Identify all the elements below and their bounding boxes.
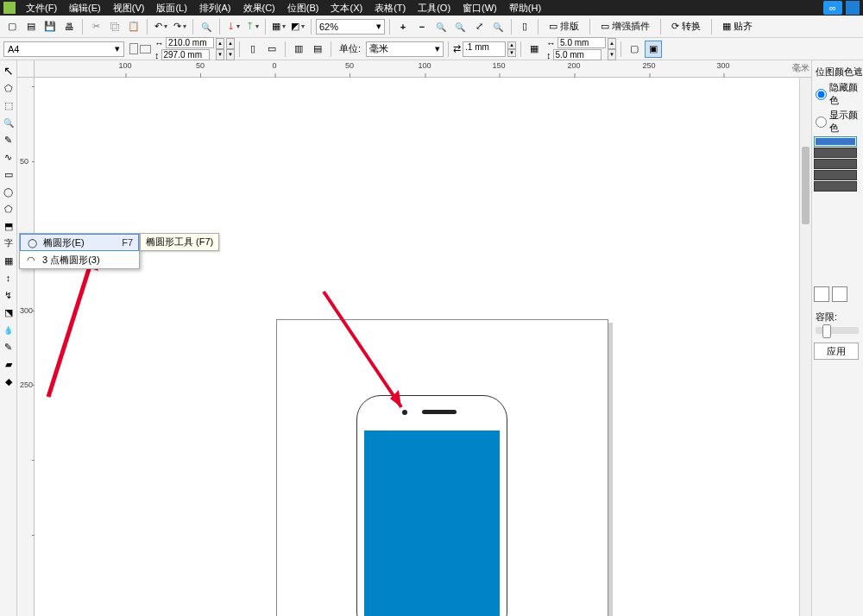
flyout-3pt-ellipse[interactable]: 3 点椭圆形(3) — [20, 251, 139, 268]
menu-text[interactable]: 文本(X) — [325, 1, 368, 16]
save-button[interactable] — [41, 18, 59, 35]
snap-btn[interactable]: ▦贴齐 — [716, 18, 759, 35]
undo-button[interactable]: ▾ — [152, 18, 169, 35]
unit-combo[interactable]: 毫米▾ — [366, 41, 444, 57]
menu-layout[interactable]: 版面(L) — [151, 1, 192, 16]
horizontal-ruler[interactable]: 毫米 10050050100150200250300 — [35, 60, 811, 78]
menu-effects[interactable]: 效果(C) — [238, 1, 280, 16]
page-size-spinner-2[interactable]: ▲▼ — [226, 38, 235, 60]
phone-shape[interactable] — [356, 395, 507, 616]
fill-tool[interactable] — [1, 356, 16, 372]
orient-landscape-button[interactable]: ▭ — [263, 41, 280, 58]
zoom-tool-6[interactable] — [489, 18, 507, 35]
redo-button[interactable]: ▾ — [171, 18, 188, 35]
page-width[interactable]: 210.0 mm — [166, 37, 214, 48]
paste-button[interactable] — [125, 18, 142, 35]
mask-swatch-5[interactable] — [814, 181, 857, 192]
vertical-scrollbar[interactable] — [799, 78, 811, 616]
menu-tools[interactable]: 工具(O) — [413, 1, 456, 16]
crop-tool[interactable] — [1, 97, 16, 113]
mask-swatch-4[interactable] — [814, 170, 857, 180]
dup-dist-button[interactable]: ▦ — [526, 41, 543, 58]
page-height[interactable]: 297.0 mm — [161, 49, 210, 60]
show-color-input[interactable] — [816, 116, 827, 128]
shape-edit-tool[interactable] — [1, 80, 16, 96]
freehand-tool[interactable] — [1, 132, 16, 148]
smart-draw-tool[interactable] — [1, 149, 16, 165]
print-button[interactable] — [60, 18, 78, 35]
landscape-icon[interactable] — [140, 45, 151, 53]
dup-spinner[interactable]: ▲▼ — [608, 38, 616, 60]
extension-button[interactable] — [846, 1, 860, 15]
table-tool[interactable] — [1, 253, 16, 268]
scrollbar-thumb[interactable] — [802, 147, 809, 224]
zoom-combo[interactable]: 62%▾ — [316, 19, 385, 35]
cut-button[interactable] — [87, 18, 104, 35]
rectangle-tool[interactable] — [1, 167, 16, 182]
export-button[interactable]: ⤒▾ — [243, 18, 261, 35]
edit-swatch[interactable] — [832, 286, 847, 302]
basic-shape-tool[interactable]: ⬒ — [1, 218, 16, 234]
hide-color-input[interactable] — [816, 89, 827, 100]
vertical-ruler[interactable]: 50100300250 — [17, 78, 35, 616]
show-color-radio[interactable]: 显示颜色 — [814, 108, 861, 135]
flyout-ellipse[interactable]: 椭圆形(E) F7 — [20, 234, 139, 251]
menu-file[interactable]: 文件(F) — [21, 1, 62, 16]
tolerance-slider[interactable] — [816, 327, 859, 334]
layout-btn[interactable]: ▭排版 — [543, 18, 585, 35]
menu-table[interactable]: 表格(T) — [369, 1, 411, 16]
page-preset-combo[interactable]: A4▾ — [3, 41, 124, 57]
eyedropper-swatch[interactable] — [814, 286, 829, 302]
copy-button[interactable] — [106, 18, 123, 35]
menu-bitmaps[interactable]: 位图(B) — [282, 1, 324, 16]
new-button[interactable] — [3, 18, 21, 35]
import-button[interactable]: ⤓▾ — [224, 18, 242, 35]
outline-tool[interactable]: ✎ — [1, 339, 16, 355]
menu-window[interactable]: 窗口(W) — [457, 1, 502, 16]
portrait-icon[interactable] — [129, 43, 138, 54]
cloud-icon[interactable]: ∞ — [823, 1, 842, 15]
zoom-tool[interactable] — [1, 115, 16, 130]
pick-tool[interactable] — [1, 63, 16, 79]
convert-btn[interactable]: ⟳转换 — [665, 18, 707, 35]
treat-as-filled[interactable]: ▢ — [626, 41, 643, 58]
dup-y[interactable]: 5.0 mm — [553, 49, 602, 60]
app-launcher-button[interactable]: ▦▾ — [270, 18, 287, 35]
dimension-tool[interactable]: ↕ — [1, 270, 16, 286]
menu-arrange[interactable]: 排列(A) — [194, 1, 236, 16]
zoom-tool-5[interactable] — [470, 18, 488, 35]
mask-swatch-2[interactable] — [814, 148, 857, 158]
mask-swatch-3[interactable] — [814, 159, 857, 169]
hide-color-radio[interactable]: 隐藏颜色 — [814, 80, 861, 108]
welcome-button[interactable]: ◩▾ — [289, 18, 306, 35]
interactive-fill-tool[interactable]: ◆ — [1, 374, 16, 389]
menu-help[interactable]: 帮助(H) — [504, 1, 546, 16]
orient-portrait-button[interactable]: ▯ — [244, 41, 261, 58]
treat-alt[interactable]: ▣ — [645, 41, 662, 58]
interactive-tool[interactable]: ⬔ — [1, 305, 16, 320]
ellipse-tool[interactable] — [1, 184, 16, 199]
text-tool[interactable] — [1, 236, 16, 251]
ruler-toggle[interactable]: ▯ — [516, 18, 533, 35]
zoom-tool-3[interactable] — [432, 18, 450, 35]
eyedropper-tool[interactable] — [1, 322, 16, 337]
apply-button[interactable]: 应用 — [814, 343, 859, 360]
open-button[interactable] — [22, 18, 40, 35]
plugin-btn[interactable]: ▭增强插件 — [595, 18, 656, 35]
canvas[interactable] — [35, 78, 811, 616]
ruler-origin[interactable] — [17, 60, 35, 78]
connector-tool[interactable]: ↯ — [1, 287, 16, 303]
current-page-button[interactable]: ▤ — [309, 41, 326, 58]
zoom-tool-2[interactable] — [413, 18, 431, 35]
nudge-input[interactable]: .1 mm — [463, 41, 506, 57]
mask-swatch-1[interactable] — [814, 136, 857, 147]
polygon-tool[interactable] — [1, 201, 16, 217]
menu-edit[interactable]: 编辑(E) — [64, 1, 106, 16]
search-button[interactable] — [198, 18, 215, 35]
zoom-tool-4[interactable] — [451, 18, 469, 35]
menu-view[interactable]: 视图(V) — [108, 1, 150, 16]
nudge-spinner[interactable]: ▲▼ — [507, 41, 516, 57]
dup-x[interactable]: 5.0 mm — [557, 37, 606, 48]
zoom-tool-1[interactable] — [394, 18, 412, 35]
all-pages-button[interactable]: ▥ — [290, 41, 307, 58]
